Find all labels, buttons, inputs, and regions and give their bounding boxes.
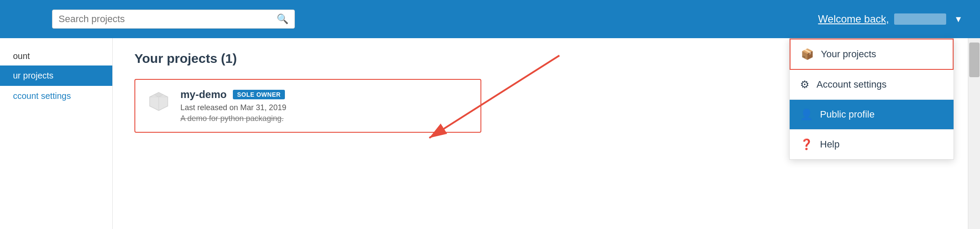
dropdown-item-account-label: Account settings: [817, 79, 886, 90]
projects-icon: 📦: [801, 48, 814, 60]
sidebar-item-projects[interactable]: ur projects: [0, 65, 112, 86]
project-date: Last released on Mar 31, 2019: [180, 103, 470, 112]
project-name-row: my-demo SOLE OWNER: [180, 88, 470, 101]
sidebar: ount ur projects ccount settings: [0, 38, 113, 229]
dropdown-item-projects[interactable]: 📦 Your projects: [790, 39, 954, 70]
sole-owner-badge: SOLE OWNER: [233, 90, 285, 99]
dropdown-item-help-label: Help: [820, 139, 840, 150]
package-icon: [147, 90, 170, 113]
username-blurred: [894, 13, 946, 25]
dropdown-item-help[interactable]: ❓ Help: [790, 130, 954, 159]
dropdown-item-profile-label: Public profile: [820, 109, 875, 120]
sidebar-item-account-settings[interactable]: ccount settings: [0, 86, 112, 106]
sidebar-section-title: ount: [0, 47, 112, 65]
project-description: A demo for python packaging.: [180, 114, 470, 123]
dropdown-item-public-profile[interactable]: 👤 Public profile: [790, 100, 954, 130]
profile-icon: 👤: [800, 108, 813, 121]
scrollbar[interactable]: [968, 38, 980, 229]
dropdown-item-account-settings[interactable]: ⚙ Account settings: [790, 70, 954, 100]
project-card[interactable]: my-demo SOLE OWNER Last released on Mar …: [134, 79, 481, 133]
user-dropdown-arrow[interactable]: ▼: [954, 14, 963, 24]
header-right: Welcome back, ▼: [818, 13, 963, 25]
settings-icon: ⚙: [800, 79, 810, 91]
help-icon: ❓: [800, 138, 813, 150]
welcome-text[interactable]: Welcome back,: [818, 13, 889, 25]
project-name: my-demo: [180, 88, 227, 101]
search-icon: 🔍: [277, 13, 288, 25]
scrollbar-thumb[interactable]: [969, 43, 980, 77]
project-info: my-demo SOLE OWNER Last released on Mar …: [180, 88, 470, 123]
header: 🔍 Welcome back, ▼: [0, 0, 980, 38]
dropdown-menu: 📦 Your projects ⚙ Account settings 👤 Pub…: [789, 38, 954, 160]
project-icon: [146, 88, 172, 114]
search-box[interactable]: 🔍: [52, 10, 295, 29]
dropdown-item-projects-label: Your projects: [821, 49, 876, 60]
search-input[interactable]: [59, 13, 273, 25]
main-area: ount ur projects ccount settings Your pr…: [0, 38, 980, 229]
